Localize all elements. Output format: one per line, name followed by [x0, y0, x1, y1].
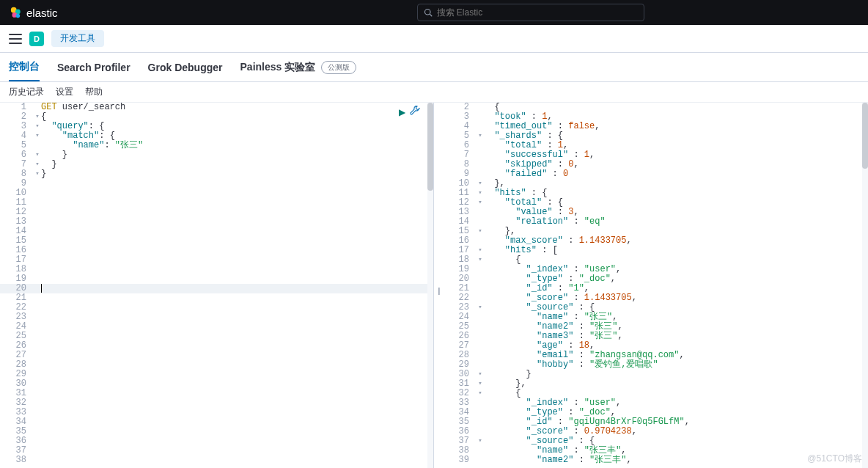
- space-avatar[interactable]: D: [29, 32, 44, 46]
- history-link[interactable]: 历史记录: [9, 86, 44, 98]
- send-request-icon[interactable]: ▶: [399, 107, 405, 117]
- request-pane[interactable]: ▶ 1GET user/_search2▾{3▾ "query": {4▾ "m…: [0, 103, 434, 468]
- request-options-icon[interactable]: [410, 106, 420, 118]
- svg-point-4: [424, 10, 430, 15]
- search-icon: [424, 8, 433, 17]
- res-scrollbar-thumb[interactable]: [862, 103, 868, 169]
- request-actions: ▶: [399, 106, 420, 118]
- tab-console[interactable]: 控制台: [9, 53, 40, 81]
- brand-text: elastic: [26, 7, 58, 19]
- console-subbar: 历史记录 设置 帮助: [0, 82, 868, 103]
- tab-grok-debugger-label: Grok Debugger: [148, 62, 223, 73]
- req-scrollbar-thumb[interactable]: [427, 103, 433, 191]
- elastic-logo[interactable]: elastic: [9, 6, 58, 19]
- global-search-input[interactable]: [437, 7, 638, 18]
- watermark: @51CTO博客: [807, 453, 862, 465]
- tab-bar: 控制台 Search Profiler Grok Debugger Painle…: [0, 53, 868, 82]
- tab-search-profiler[interactable]: Search Profiler: [57, 53, 130, 81]
- tab-search-profiler-label: Search Profiler: [57, 62, 130, 73]
- svg-line-5: [430, 14, 432, 16]
- menu-toggle-icon[interactable]: [9, 34, 22, 44]
- req-scrollbar-track[interactable]: [427, 103, 433, 468]
- res-scrollbar-track[interactable]: [862, 103, 868, 468]
- top-bar: elastic: [0, 0, 868, 25]
- tab-painless-lab[interactable]: Painless 实验室 公测版: [240, 53, 357, 81]
- tab-painless-lab-label: Painless 实验室: [240, 61, 316, 74]
- request-editor[interactable]: 1GET user/_search2▾{3▾ "query": {4▾ "mat…: [0, 103, 433, 465]
- svg-point-3: [16, 14, 21, 18]
- beta-badge: 公测版: [321, 61, 356, 74]
- editor-split: ▶ 1GET user/_search2▾{3▾ "query": {4▾ "m…: [0, 103, 868, 468]
- elastic-logo-icon: [9, 6, 22, 19]
- nav-bar: D 开发工具: [0, 25, 868, 53]
- response-pane[interactable]: 2 {3 "took" : 1,4 "timed_out" : false,5▾…: [434, 103, 868, 468]
- tab-console-label: 控制台: [9, 60, 40, 73]
- breadcrumb-devtools[interactable]: 开发工具: [51, 30, 104, 47]
- settings-link[interactable]: 设置: [56, 86, 73, 98]
- global-search[interactable]: [417, 4, 644, 21]
- tab-grok-debugger[interactable]: Grok Debugger: [148, 53, 223, 81]
- help-link[interactable]: 帮助: [85, 86, 103, 98]
- response-viewer: 2 {3 "took" : 1,4 "timed_out" : false,5▾…: [443, 103, 868, 465]
